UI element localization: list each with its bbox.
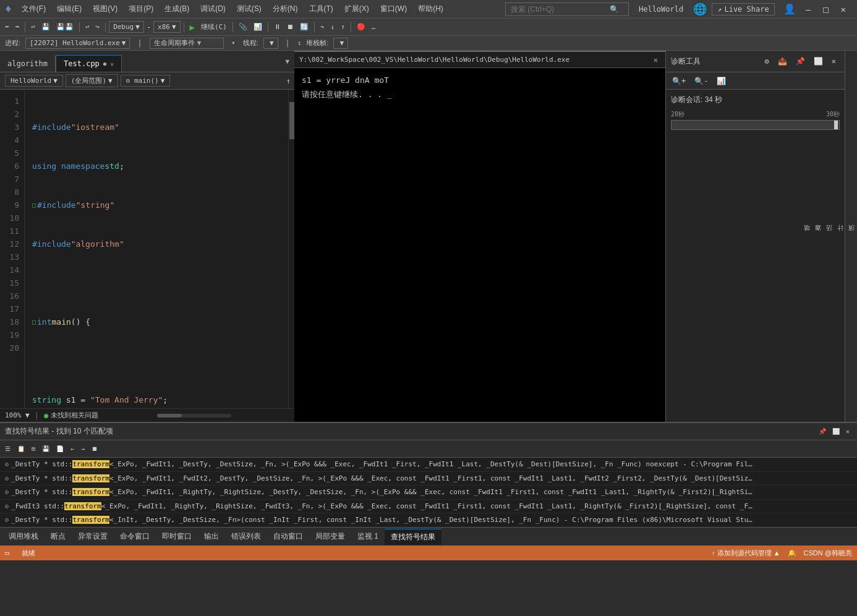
tab-exception[interactable]: 异常设置 <box>72 529 114 544</box>
save-btn[interactable]: 💾 <box>39 22 53 32</box>
st-stop-btn[interactable]: ⏹ <box>89 444 100 453</box>
search-result-1[interactable]: ⊙ _DestTy * std::transform<_ExPo, _FwdIt… <box>0 458 857 472</box>
status-notification[interactable]: 🔔 <box>788 549 796 558</box>
menu-project[interactable]: 项目(P) <box>124 1 158 17</box>
search-result-2[interactable]: ⊙ _DestTy * std::transform<_ExPo, _FwdIt… <box>0 472 857 486</box>
restart-btn[interactable]: 🔄 <box>297 22 311 32</box>
tab-watch1[interactable]: 监视 1 <box>351 529 385 544</box>
debug-config-dropdown[interactable]: Debug ▼ <box>109 21 144 33</box>
process-dropdown[interactable]: [22072] HelloWorld.exe ▼ <box>25 38 130 49</box>
maximize-button[interactable]: □ <box>817 3 834 15</box>
sp-expand-btn[interactable]: ⬜ <box>830 427 842 436</box>
step-out-btn[interactable]: ↑ <box>338 22 347 32</box>
menu-debug[interactable]: 调试(D) <box>195 1 231 17</box>
profile-icon[interactable]: 👤 <box>780 2 799 16</box>
search-result-5[interactable]: ⊙ _DestTy * std::transform<_InIt, _DestT… <box>0 513 857 527</box>
menu-analyze[interactable]: 分析(N) <box>268 1 303 17</box>
save-all-btn[interactable]: 💾💾 <box>54 22 76 32</box>
search-input[interactable] <box>511 5 610 14</box>
file-dropdown[interactable]: HelloWorld ▼ <box>5 75 63 87</box>
diag-tools-tab-btn[interactable]: ▼ <box>280 55 294 68</box>
diag-pin-btn[interactable]: 📌 <box>792 56 809 67</box>
console-close-btn[interactable]: ✕ <box>651 56 660 64</box>
diag-expand-btn[interactable]: ⬜ <box>810 56 827 67</box>
tab-error-list[interactable]: 错误列表 <box>225 529 267 544</box>
diag-zoom-out[interactable]: 🔍- <box>691 75 712 87</box>
search-result-4[interactable]: ⊙ _FwdIt3 std::transform<_ExPo, _FwdIt1,… <box>0 500 857 514</box>
redo-btn[interactable]: ↪ <box>93 22 103 32</box>
diag-export-btn[interactable]: 📤 <box>774 56 791 67</box>
minimize-button[interactable]: — <box>799 3 817 15</box>
stop-btn[interactable]: ⏹ <box>284 22 296 32</box>
st-grid-btn[interactable]: ⊞ <box>29 444 38 453</box>
menu-file[interactable]: 文件(F) <box>17 1 51 17</box>
step-into-btn[interactable]: ↓ <box>328 22 338 32</box>
editor-scroll-up[interactable]: ↑ <box>283 75 294 87</box>
search-box[interactable]: 🔍 <box>505 2 629 16</box>
step-over-btn[interactable]: ↷ <box>318 22 327 32</box>
h-scrollbar[interactable] <box>157 414 231 417</box>
tab-find-results[interactable]: 查找符号结果 <box>385 529 441 545</box>
attach-btn[interactable]: 📎 <box>236 22 250 32</box>
tab-output[interactable]: 输出 <box>198 529 225 544</box>
tab-auto-window[interactable]: 自动窗口 <box>267 529 309 544</box>
tab-command[interactable]: 命令窗口 <box>114 529 156 544</box>
diag-zoom-in[interactable]: 🔍+ <box>668 75 689 87</box>
debug-more-btn[interactable]: … <box>369 22 378 32</box>
side-text-2[interactable]: 计 <box>836 234 845 239</box>
tab-close-btn[interactable]: ✕ <box>110 61 114 67</box>
menu-build[interactable]: 生成(B) <box>160 1 194 17</box>
callstack-dropdown[interactable]: ▼ <box>333 38 348 49</box>
scope-dropdown[interactable]: (全局范围) ▼ <box>66 74 118 87</box>
code-editor[interactable]: 1 2 3 4 5 6 7 8 9 10 11 12 13 14 15 16 1… <box>0 90 294 408</box>
sp-close-btn[interactable]: ✕ <box>843 427 852 436</box>
tab-breakpoints[interactable]: 断点 <box>45 529 72 544</box>
search-result-3[interactable]: ⊙ _DestTy * std::transform<_ExPo, _FwdIt… <box>0 486 857 500</box>
diag-settings-btn[interactable]: ⚙ <box>761 56 773 67</box>
undo2-btn[interactable]: ↩ <box>83 22 92 32</box>
continue-label[interactable]: 继续(C) <box>198 21 229 33</box>
side-text-1[interactable]: 演 <box>847 234 856 239</box>
editor-scrollbar-thumb[interactable] <box>289 102 294 139</box>
undo-btn[interactable]: ↩ <box>28 22 38 32</box>
side-text-3[interactable]: 活 <box>825 234 834 239</box>
st-list-btn[interactable]: ☰ <box>2 444 13 453</box>
tab-callstack[interactable]: 调用堆栈 <box>2 529 45 544</box>
perf-btn[interactable]: 📊 <box>251 22 265 32</box>
menu-window[interactable]: 窗口(W) <box>375 1 412 17</box>
menu-test[interactable]: 测试(S) <box>232 1 266 17</box>
diag-close-btn[interactable]: ✕ <box>828 56 840 67</box>
status-source-control[interactable]: ↑ 添加到源代码管理 ▲ <box>712 549 780 558</box>
menu-tools[interactable]: 工具(T) <box>304 1 338 17</box>
menu-view[interactable]: 视图(V) <box>88 1 122 17</box>
pause-btn[interactable]: ⏸ <box>271 22 283 32</box>
st-next-btn[interactable]: → <box>79 444 87 453</box>
tab-locals[interactable]: 局部变量 <box>309 529 351 544</box>
code-content[interactable]: #include "iostream" using namespace std;… <box>25 90 294 408</box>
side-text-4[interactable]: 迦 <box>814 234 822 239</box>
continue-btn[interactable]: ▶ <box>187 21 197 33</box>
forward-btn[interactable]: ➡ <box>13 22 22 32</box>
st-save2-btn[interactable]: 📄 <box>54 444 66 453</box>
menu-extensions[interactable]: 扩展(X) <box>339 1 374 17</box>
tab-algorithm[interactable]: algorithm <box>0 55 56 72</box>
st-copy-btn[interactable]: 📋 <box>15 444 27 453</box>
menu-help[interactable]: 帮助(H) <box>413 1 448 17</box>
h-scrollbar-thumb[interactable] <box>157 414 182 417</box>
editor-scrollbar[interactable] <box>288 90 294 408</box>
side-text-5[interactable]: 墙 <box>803 234 811 239</box>
breakpoint-btn[interactable]: 🔴 <box>354 22 368 32</box>
back-btn[interactable]: ⬅ <box>2 22 12 32</box>
close-button[interactable]: ✕ <box>835 3 852 15</box>
thread-dropdown[interactable]: ▼ <box>263 38 278 49</box>
func-dropdown[interactable]: ⊙ main() ▼ <box>121 75 171 87</box>
platform-dropdown[interactable]: x86 ▼ <box>153 21 181 33</box>
scrollbar-area[interactable] <box>98 414 289 417</box>
sp-pin-btn[interactable]: 📌 <box>816 427 829 436</box>
tab-immediate[interactable]: 即时窗口 <box>156 529 198 544</box>
live-share-button[interactable]: ↗ Live Share <box>712 3 774 15</box>
st-prev-btn[interactable]: ← <box>68 444 77 453</box>
st-save-btn[interactable]: 💾 <box>40 444 52 453</box>
tab-test-cpp[interactable]: Test.cpp ● ✕ <box>56 55 122 72</box>
menu-edit[interactable]: 编辑(E) <box>52 1 87 17</box>
